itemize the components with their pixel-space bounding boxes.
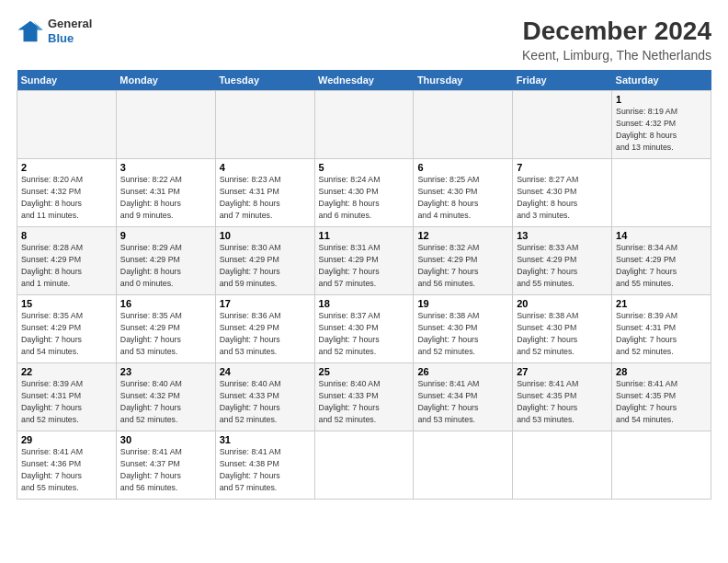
page: General Blue December 2024 Keent, Limbur… [0,0,728,509]
subtitle: Keent, Limburg, The Netherlands [522,48,711,63]
table-row: 21Sunrise: 8:39 AMSunset: 4:31 PMDayligh… [612,295,711,363]
table-row [116,91,215,159]
table-row: 11Sunrise: 8:31 AMSunset: 4:29 PMDayligh… [314,227,414,295]
table-row [513,91,612,159]
table-row [314,431,414,500]
table-row [17,91,117,159]
table-row: 16Sunrise: 8:35 AMSunset: 4:29 PMDayligh… [116,295,215,363]
calendar-body: 1Sunrise: 8:19 AMSunset: 4:32 PMDaylight… [17,91,711,500]
col-saturday: Saturday [612,70,711,91]
table-row [314,91,414,159]
table-row [215,91,314,159]
table-row: 27Sunrise: 8:41 AMSunset: 4:35 PMDayligh… [513,363,612,431]
logo-text: General Blue [48,17,92,45]
table-row: 25Sunrise: 8:40 AMSunset: 4:33 PMDayligh… [314,363,414,431]
table-row: 12Sunrise: 8:32 AMSunset: 4:29 PMDayligh… [414,227,513,295]
table-row: 30Sunrise: 8:41 AMSunset: 4:37 PMDayligh… [116,431,215,500]
table-row: 2Sunrise: 8:20 AMSunset: 4:32 PMDaylight… [17,159,117,227]
table-row: 17Sunrise: 8:36 AMSunset: 4:29 PMDayligh… [215,295,314,363]
table-row [612,431,711,500]
table-row: 19Sunrise: 8:38 AMSunset: 4:30 PMDayligh… [414,295,513,363]
header: General Blue December 2024 Keent, Limbur… [17,17,711,63]
table-row: 20Sunrise: 8:38 AMSunset: 4:30 PMDayligh… [513,295,612,363]
calendar-table: Sunday Monday Tuesday Wednesday Thursday… [17,70,711,500]
col-monday: Monday [116,70,215,91]
table-row: 15Sunrise: 8:35 AMSunset: 4:29 PMDayligh… [17,295,117,363]
table-row [414,431,513,500]
col-friday: Friday [513,70,612,91]
table-row [414,91,513,159]
col-wednesday: Wednesday [314,70,414,91]
table-row: 7Sunrise: 8:27 AMSunset: 4:30 PMDaylight… [513,159,612,227]
table-row: 29Sunrise: 8:41 AMSunset: 4:36 PMDayligh… [17,431,117,500]
table-row: 28Sunrise: 8:41 AMSunset: 4:35 PMDayligh… [612,363,711,431]
table-row: 22Sunrise: 8:39 AMSunset: 4:31 PMDayligh… [17,363,117,431]
table-row: 26Sunrise: 8:41 AMSunset: 4:34 PMDayligh… [414,363,513,431]
title-block: December 2024 Keent, Limburg, The Nether… [522,17,711,63]
table-row: 23Sunrise: 8:40 AMSunset: 4:32 PMDayligh… [116,363,215,431]
col-sunday: Sunday [17,70,117,91]
table-row: 13Sunrise: 8:33 AMSunset: 4:29 PMDayligh… [513,227,612,295]
table-row [612,159,711,227]
table-row: 5Sunrise: 8:24 AMSunset: 4:30 PMDaylight… [314,159,414,227]
header-row: Sunday Monday Tuesday Wednesday Thursday… [17,70,711,91]
table-row: 10Sunrise: 8:30 AMSunset: 4:29 PMDayligh… [215,227,314,295]
logo: General Blue [17,17,92,45]
main-title: December 2024 [522,17,711,46]
table-row: 14Sunrise: 8:34 AMSunset: 4:29 PMDayligh… [612,227,711,295]
table-row: 24Sunrise: 8:40 AMSunset: 4:33 PMDayligh… [215,363,314,431]
col-thursday: Thursday [414,70,513,91]
logo-icon [17,17,44,45]
table-row: 8Sunrise: 8:28 AMSunset: 4:29 PMDaylight… [17,227,117,295]
table-row: 31Sunrise: 8:41 AMSunset: 4:38 PMDayligh… [215,431,314,500]
table-row: 4Sunrise: 8:23 AMSunset: 4:31 PMDaylight… [215,159,314,227]
col-tuesday: Tuesday [215,70,314,91]
table-row: 3Sunrise: 8:22 AMSunset: 4:31 PMDaylight… [116,159,215,227]
table-row: 18Sunrise: 8:37 AMSunset: 4:30 PMDayligh… [314,295,414,363]
table-row: 6Sunrise: 8:25 AMSunset: 4:30 PMDaylight… [414,159,513,227]
svg-marker-0 [18,20,43,41]
table-row: 1Sunrise: 8:19 AMSunset: 4:32 PMDaylight… [612,91,711,159]
table-row [513,431,612,500]
table-row: 9Sunrise: 8:29 AMSunset: 4:29 PMDaylight… [116,227,215,295]
